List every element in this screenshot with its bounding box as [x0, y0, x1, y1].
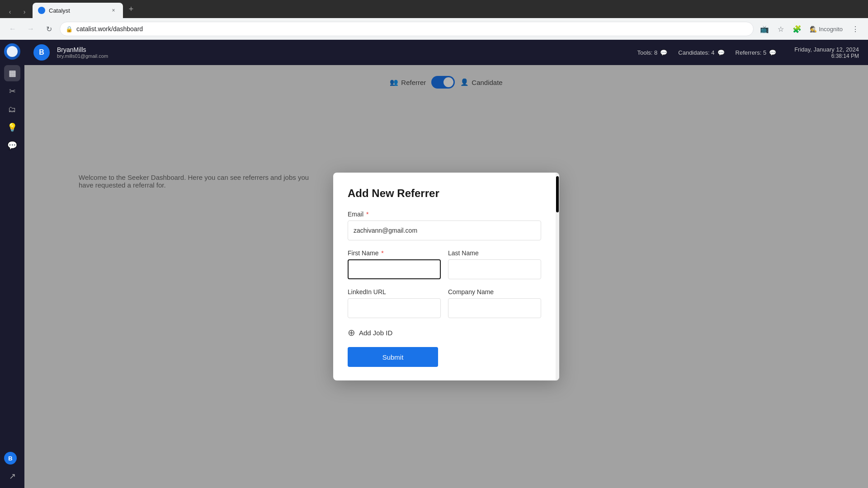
app-sidebar: ▦ ✂ 🗂 💡 💬 B ↗ — [0, 40, 24, 488]
back-button[interactable]: ← — [5, 22, 20, 36]
active-tab[interactable]: Catalyst × — [33, 3, 123, 18]
content-area: 👥 Referrer 👤 Candidate Welcome to the Se… — [24, 65, 868, 488]
portfolio-icon: 🗂 — [8, 105, 16, 114]
tab-favicon — [38, 7, 45, 14]
export-icon: ↗ — [9, 471, 16, 481]
modal-scroll-area[interactable]: Add New Referrer Email * — [333, 173, 556, 380]
bookmark-icon[interactable]: ☆ — [774, 22, 788, 36]
user-info: BryanMills bry.mills01@gmail.com — [57, 46, 108, 59]
tab-close-button[interactable]: × — [109, 6, 118, 14]
new-tab-button[interactable]: + — [125, 3, 137, 15]
modal-title: Add New Referrer — [348, 187, 541, 200]
user-name: BryanMills — [57, 46, 108, 53]
header-stats: Tools: 8 💬 Candidates: 4 💬 Referrers: 5 … — [637, 49, 776, 56]
referrers-stat: Referrers: 5 💬 — [736, 49, 777, 56]
first-name-input[interactable] — [348, 259, 441, 279]
date-text: Friday, January 12, 2024 — [794, 46, 859, 53]
email-required: * — [366, 211, 368, 218]
add-job-button[interactable]: ⊕ Add Job ID — [348, 327, 541, 338]
tab-nav-right[interactable]: › — [18, 5, 31, 18]
sidebar-item-analytics[interactable]: ▦ — [4, 65, 20, 81]
address-text: catalist.work/dashboard — [76, 25, 748, 33]
extensions-icon[interactable]: 🧩 — [790, 22, 804, 36]
header-date: Friday, January 12, 2024 6:38:14 PM — [794, 46, 859, 59]
linkedin-col: LinkedIn URL — [348, 288, 441, 318]
user-avatar: B — [33, 44, 50, 61]
tab-bar: ‹ › Catalyst × + — [0, 0, 868, 18]
email-label: Email * — [348, 211, 541, 218]
tools-icon: ✂ — [9, 86, 16, 96]
incognito-icon: 🕵️ — [810, 26, 817, 33]
company-label: Company Name — [448, 288, 541, 296]
candidates-stat-icon: 💬 — [717, 49, 725, 56]
modal-overlay: Add New Referrer Email * — [24, 65, 868, 488]
linkedin-label: LinkedIn URL — [348, 288, 441, 296]
lock-icon: 🔒 — [66, 26, 73, 33]
sidebar-avatar[interactable]: B — [4, 452, 17, 465]
referrers-stat-icon: 💬 — [769, 49, 776, 56]
tools-stat-label: Tools: 8 — [637, 49, 657, 56]
last-name-input[interactable] — [448, 259, 541, 279]
linkedin-company-row: LinkedIn URL Company Name — [348, 288, 541, 318]
sidebar-export[interactable]: ↗ — [4, 468, 20, 484]
last-name-label: Last Name — [448, 249, 541, 257]
sidebar-item-ideas[interactable]: 💡 — [4, 119, 20, 136]
first-name-col: First Name * — [348, 249, 441, 279]
analytics-icon: ▦ — [9, 68, 16, 78]
menu-icon[interactable]: ⋮ — [848, 22, 863, 36]
email-input[interactable] — [348, 221, 541, 240]
time-text: 6:38:14 PM — [794, 53, 859, 59]
address-bar[interactable]: 🔒 catalist.work/dashboard — [60, 22, 754, 36]
modal-scrollbar[interactable] — [556, 173, 559, 380]
ideas-icon: 💡 — [7, 122, 17, 132]
cast-icon[interactable]: 📺 — [757, 22, 772, 36]
sidebar-item-tools[interactable]: ✂ — [4, 83, 20, 99]
incognito-badge: 🕵️ Incognito — [806, 24, 846, 34]
sidebar-item-messages[interactable]: 💬 — [4, 137, 20, 154]
last-name-col: Last Name — [448, 249, 541, 279]
messages-icon: 💬 — [7, 141, 17, 150]
tab-nav-left[interactable]: ‹ — [4, 5, 16, 18]
company-col: Company Name — [448, 288, 541, 318]
add-referrer-modal: Add New Referrer Email * — [333, 173, 559, 380]
browser-toolbar: ← → ↻ 🔒 catalist.work/dashboard 📺 ☆ 🧩 🕵️… — [0, 18, 868, 40]
user-email: bry.mills01@gmail.com — [57, 53, 108, 59]
email-group: Email * — [348, 211, 541, 240]
candidates-stat-label: Candidates: 4 — [678, 49, 714, 56]
refresh-button[interactable]: ↻ — [42, 22, 56, 36]
linkedin-input[interactable] — [348, 298, 441, 318]
first-name-label: First Name * — [348, 249, 441, 257]
first-name-required: * — [381, 249, 383, 257]
scrollbar-thumb — [556, 176, 559, 212]
referrers-stat-label: Referrers: 5 — [736, 49, 767, 56]
logo-inner — [7, 46, 18, 57]
sidebar-item-portfolio[interactable]: 🗂 — [4, 101, 20, 117]
submit-button[interactable]: Submit — [348, 347, 438, 367]
company-input[interactable] — [448, 298, 541, 318]
name-row: First Name * Last Name — [348, 249, 541, 279]
app-header: B BryanMills bry.mills01@gmail.com Tools… — [24, 40, 868, 65]
app-logo[interactable] — [4, 43, 20, 60]
tools-stat: Tools: 8 💬 — [637, 49, 667, 56]
tools-stat-icon: 💬 — [660, 49, 667, 56]
tab-title: Catalyst — [49, 7, 106, 14]
candidates-stat: Candidates: 4 💬 — [678, 49, 724, 56]
forward-button[interactable]: → — [24, 22, 38, 36]
add-job-icon: ⊕ — [348, 327, 355, 338]
